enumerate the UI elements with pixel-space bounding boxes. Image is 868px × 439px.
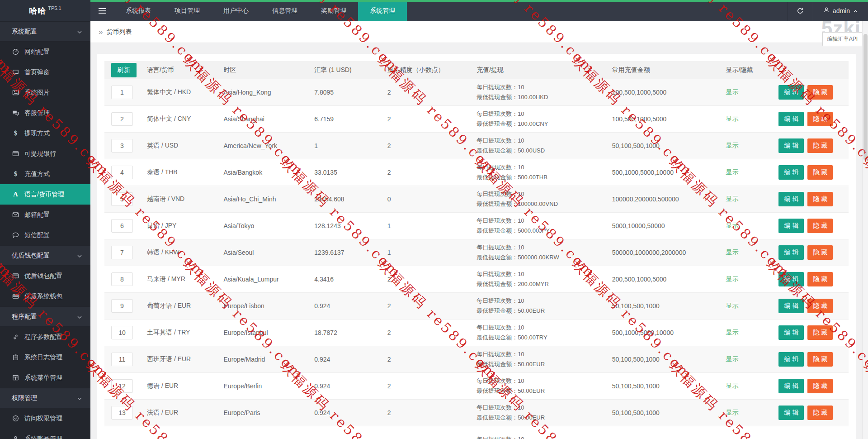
hide-button[interactable]: 隐藏 xyxy=(807,272,833,286)
timezone-cell: Europe/Paris xyxy=(217,409,308,416)
scrollbar-thumb[interactable] xyxy=(863,34,868,161)
hide-button[interactable]: 隐藏 xyxy=(807,138,833,153)
show-toggle-link[interactable]: 显示 xyxy=(726,88,739,95)
currency-id-input[interactable] xyxy=(111,326,133,339)
sidebar-item[interactable]: 邮箱配置 xyxy=(0,205,90,225)
sidebar-section-header[interactable]: 优盾钱包配置 xyxy=(0,245,90,266)
hide-button[interactable]: 隐藏 xyxy=(807,325,833,340)
sidebar-item[interactable]: 客服管理 xyxy=(0,103,90,123)
show-toggle-link[interactable]: 显示 xyxy=(726,142,739,149)
sidebar-item[interactable]: 可提现银行 xyxy=(0,143,90,164)
edit-button[interactable]: 编辑 xyxy=(778,165,804,180)
edit-button[interactable]: 编辑 xyxy=(778,406,804,420)
nav-item[interactable]: 项目管理 xyxy=(163,0,212,21)
show-toggle-link[interactable]: 显示 xyxy=(726,115,739,122)
hide-button[interactable]: 隐藏 xyxy=(807,379,833,393)
hide-button[interactable]: 隐藏 xyxy=(807,352,833,367)
currency-id-input[interactable] xyxy=(111,166,133,179)
currency-id-input[interactable] xyxy=(111,219,133,233)
actions-cell: 编辑隐藏 xyxy=(772,406,844,420)
show-toggle-link[interactable]: 显示 xyxy=(726,168,739,176)
refresh-button[interactable]: 刷新 xyxy=(111,63,137,77)
timezone-cell: Europe/Lisbon xyxy=(217,302,308,310)
currency-id-input[interactable] xyxy=(111,299,133,313)
sidebar-item-label: 网站配置 xyxy=(24,48,50,56)
currency-id-input[interactable] xyxy=(111,379,133,393)
edit-button[interactable]: 编辑 xyxy=(778,112,804,126)
sidebar-item-label: 优盾钱包配置 xyxy=(24,272,62,280)
sidebar-item[interactable]: 网站配置 xyxy=(0,42,90,62)
sidebar-item[interactable]: 首页弹窗 xyxy=(0,62,90,82)
edit-button[interactable]: 编辑 xyxy=(778,245,804,260)
admin-user-menu[interactable]: admin xyxy=(813,0,868,21)
show-toggle-link[interactable]: 显示 xyxy=(726,248,739,256)
nav-item[interactable]: 信息管理 xyxy=(260,0,309,21)
hide-button[interactable]: 隐藏 xyxy=(807,112,833,126)
sidebar-item[interactable]: 程序参数配置 xyxy=(0,327,90,347)
currency-id-input[interactable] xyxy=(111,272,133,286)
currency-id-input[interactable] xyxy=(111,139,133,153)
show-toggle-link[interactable]: 显示 xyxy=(726,195,739,202)
currency-id-input[interactable] xyxy=(111,86,133,99)
show-toggle-link[interactable]: 显示 xyxy=(726,382,739,389)
hide-button[interactable]: 隐藏 xyxy=(807,192,833,206)
edit-button[interactable]: 编辑 xyxy=(778,192,804,206)
show-toggle-link[interactable]: 显示 xyxy=(726,302,739,309)
currency-id-input[interactable] xyxy=(111,353,133,366)
recharge-withdraw-cell: 每日提现次数：10最低提现金额：100.00CNY xyxy=(470,109,605,129)
nav-item[interactable]: 系统管理 xyxy=(358,0,407,21)
edit-button[interactable]: 编辑 xyxy=(778,219,804,233)
show-toggle-link[interactable]: 显示 xyxy=(726,329,739,336)
edit-rate-api-button[interactable]: 编辑汇率API xyxy=(822,32,863,46)
sidebar-item[interactable]: 系统菜单管理 xyxy=(0,367,90,388)
hide-button[interactable]: 隐藏 xyxy=(807,406,833,420)
table-row: 日语 / JPYAsia/Tokyo128.12431每日提现次数：10最低提现… xyxy=(104,213,849,239)
currency-id-input[interactable] xyxy=(111,406,133,420)
sidebar-item[interactable]: 系统账号管理 xyxy=(0,429,90,439)
edit-button[interactable]: 编辑 xyxy=(778,325,804,340)
currency-id-input[interactable] xyxy=(111,192,133,206)
recharge-withdraw-cell: 每日提现次数：10最低提现金额：50.00EUR xyxy=(470,349,605,369)
edit-button[interactable]: 编辑 xyxy=(778,352,804,367)
nav-item[interactable]: 系统报表 xyxy=(114,0,163,21)
nav-item[interactable]: 用户中心 xyxy=(212,0,260,21)
sidebar-item[interactable]: 访问权限管理 xyxy=(0,408,90,429)
show-toggle-link[interactable]: 显示 xyxy=(726,355,739,363)
sidebar-item[interactable]: A语言/货币管理 xyxy=(0,184,90,205)
show-toggle-link[interactable]: 显示 xyxy=(726,275,739,282)
sidebar-section-header[interactable]: 程序配置 xyxy=(0,306,90,327)
edit-button[interactable]: 编辑 xyxy=(778,85,804,100)
currency-id-input[interactable] xyxy=(111,246,133,259)
hide-button[interactable]: 隐藏 xyxy=(807,85,833,100)
sidebar-section-header[interactable]: 系统配置 xyxy=(0,21,90,42)
sidebar-item[interactable]: $充值方式 xyxy=(0,164,90,184)
timezone-cell: Europe/Istanbul xyxy=(217,329,308,336)
currency-table-body: 繁体中文 / HKDAsia/Hong_Kong7.80952每日提现次数：10… xyxy=(104,79,849,439)
edit-button[interactable]: 编辑 xyxy=(778,272,804,286)
edit-button[interactable]: 编辑 xyxy=(778,379,804,393)
sidebar-section-header[interactable]: 权限管理 xyxy=(0,388,90,408)
show-toggle-link[interactable]: 显示 xyxy=(726,409,739,416)
common-amounts-cell: 100,500,1000,5000 xyxy=(605,89,719,96)
sidebar-item[interactable]: 系统日志管理 xyxy=(0,347,90,367)
hide-button[interactable]: 隐藏 xyxy=(807,219,833,233)
show-toggle-link[interactable]: 显示 xyxy=(726,222,739,229)
hide-button[interactable]: 隐藏 xyxy=(807,165,833,180)
hamburger-menu-icon[interactable] xyxy=(90,0,114,21)
currency-id-input[interactable] xyxy=(111,112,133,126)
edit-button[interactable]: 编辑 xyxy=(778,138,804,153)
hide-button[interactable]: 隐藏 xyxy=(807,245,833,260)
sidebar-item[interactable]: 短信配置 xyxy=(0,225,90,245)
edit-button[interactable]: 编辑 xyxy=(778,299,804,313)
sidebar-item[interactable]: 优盾系统钱包 xyxy=(0,286,90,306)
sidebar-item[interactable]: 优盾钱包配置 xyxy=(0,266,90,286)
sidebar-item[interactable]: $提现方式 xyxy=(0,123,90,143)
scrollbar[interactable] xyxy=(862,21,868,439)
rate-cell: 4.3416 xyxy=(307,276,380,283)
refresh-icon[interactable] xyxy=(788,0,813,21)
hide-button[interactable]: 隐藏 xyxy=(807,299,833,313)
sidebar-item[interactable]: 系统图片 xyxy=(0,82,90,103)
nav-item[interactable]: 奖励管理 xyxy=(309,0,358,21)
col-header-language: 语言/货币 xyxy=(140,66,217,74)
table-row: 马来语 / MYRAsia/Kuala_Lumpur4.34162每日提现次数：… xyxy=(104,266,849,293)
